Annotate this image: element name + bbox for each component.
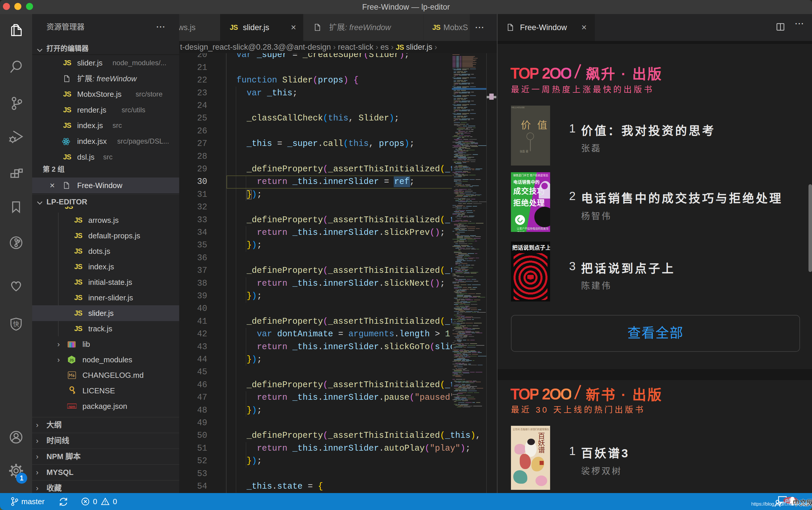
svg-text:npm: npm <box>68 405 75 408</box>
svg-text:快: 快 <box>13 320 19 327</box>
svg-text:JS: JS <box>69 358 74 362</box>
